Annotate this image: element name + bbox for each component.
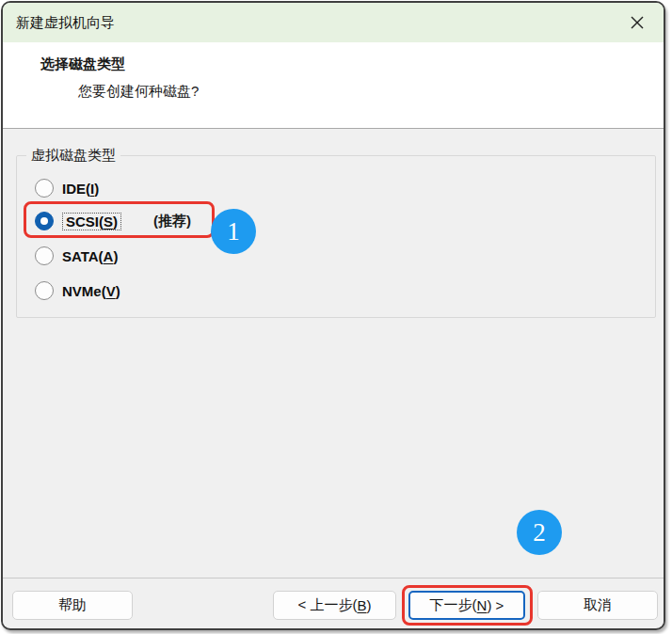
next-button[interactable]: 下一步(N) > (408, 591, 525, 620)
radio-circle-nvme[interactable] (35, 281, 54, 300)
radio-option-scsi[interactable]: SCSI(S) (推荐) (35, 210, 191, 232)
back-button[interactable]: < 上一步(B) (273, 591, 396, 620)
recommended-label: (推荐) (153, 213, 191, 230)
radio-option-nvme[interactable]: NVMe(V) (35, 279, 120, 302)
radio-circle-ide[interactable] (35, 179, 54, 198)
radio-option-ide[interactable]: IDE(I) (35, 177, 99, 199)
title-bar: 新建虚拟机向导 (3, 3, 664, 42)
groupbox-legend: 虚拟磁盘类型 (26, 147, 120, 165)
screenshot-canvas: 新建虚拟机向导 选择磁盘类型 您要创建何种磁盘? 虚拟磁盘类型 IDE(I) (0, 0, 672, 634)
radio-label-scsi[interactable]: SCSI(S) (62, 213, 121, 230)
radio-option-sata[interactable]: SATA(A) (35, 245, 118, 267)
cancel-button[interactable]: 取消 (537, 591, 658, 620)
radio-label-sata[interactable]: SATA(A) (62, 248, 118, 264)
wizard-body: 虚拟磁盘类型 IDE(I) SCSI(S) (推荐) SATA(A) NVMe(… (3, 129, 664, 579)
window-title: 新建虚拟机向导 (16, 14, 115, 32)
page-title: 选择磁盘类型 (3, 42, 664, 73)
page-subtitle: 您要创建何种磁盘? (3, 73, 664, 101)
footer-bar: 帮助 < 上一步(B) 下一步(N) > 取消 (3, 579, 664, 626)
close-icon (630, 15, 645, 30)
radio-circle-sata[interactable] (35, 246, 54, 265)
wizard-dialog: 新建虚拟机向导 选择磁盘类型 您要创建何种磁盘? 虚拟磁盘类型 IDE(I) (1, 1, 665, 630)
radio-circle-scsi[interactable] (35, 212, 54, 230)
wizard-header: 选择磁盘类型 您要创建何种磁盘? (3, 42, 664, 129)
step-badge-2: 2 (517, 510, 562, 555)
close-button[interactable] (622, 8, 652, 38)
radio-label-ide[interactable]: IDE(I) (62, 181, 99, 197)
help-button[interactable]: 帮助 (12, 591, 133, 620)
radio-label-nvme[interactable]: NVMe(V) (62, 283, 120, 299)
